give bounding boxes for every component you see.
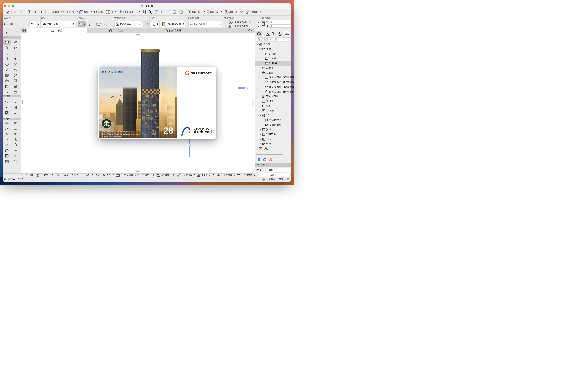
- svg-text:1: 1: [6, 138, 7, 140]
- svg-text:α: α: [16, 127, 17, 129]
- svg-text:1.2: 1.2: [6, 127, 8, 128]
- svg-text:A: A: [6, 132, 8, 136]
- svg-text:A1: A1: [14, 133, 16, 135]
- svg-text:1.2: 1.2: [16, 121, 17, 122]
- svg-text:12: 12: [95, 12, 97, 13]
- svg-text:1.2: 1.2: [6, 121, 8, 123]
